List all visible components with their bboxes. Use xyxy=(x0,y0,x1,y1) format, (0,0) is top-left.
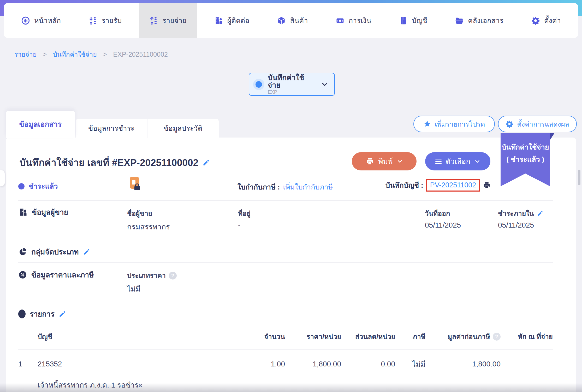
nav-item-finance[interactable]: การเงิน xyxy=(325,3,382,38)
page-title: บันทึกค่าใช้จ่าย เลขที่ #EXP-20251100002 xyxy=(20,155,198,170)
due-date-value: 05/11/2025 xyxy=(498,221,534,229)
add-favorite-button[interactable]: เพิ่มรายการโปรด xyxy=(413,116,495,132)
nav-item-income[interactable]: รายรับ xyxy=(78,3,132,38)
nav-label: สินค้า xyxy=(290,15,308,26)
edit-due-date-pencil-icon[interactable] xyxy=(537,210,543,217)
expense-icon xyxy=(149,16,158,25)
divider xyxy=(18,262,553,263)
chevron-down-icon xyxy=(397,158,403,164)
nav-label: หน้าหลัก xyxy=(34,15,61,26)
print-label: พิมพ์ xyxy=(378,156,393,167)
breadcrumb-expense-record[interactable]: บันทึกค่าใช้จ่าย xyxy=(53,49,97,60)
contacts-icon xyxy=(214,16,223,25)
items-section-label: รายการ xyxy=(30,308,55,320)
tab-label: ข้อมูลเอกสาร xyxy=(19,118,62,130)
col-withholding: หัก ณ ที่จ่าย xyxy=(501,331,553,342)
doc-type-label: บันทึกค่าใช้จ่าย xyxy=(268,74,316,89)
price-type-label: ประเภทราคา xyxy=(127,270,166,281)
cell-unit-price: 1,800.00 xyxy=(285,360,341,368)
display-settings-button[interactable]: ตั้งค่าการแสดงผล xyxy=(498,116,577,132)
nav-item-home[interactable]: หน้าหลัก xyxy=(11,3,71,38)
cell-quantity: 1.00 xyxy=(233,360,285,368)
ribbon-status: ( ชำระแล้ว ) xyxy=(501,156,550,163)
breadcrumb: รายจ่าย > บันทึกค่าใช้จ่าย > EXP-2025110… xyxy=(14,49,168,60)
col-unit-discount: ส่วนลด/หน่วย xyxy=(341,331,395,342)
tab-label: ข้อมูลประวัติ xyxy=(164,123,202,134)
nav-label: การเงิน xyxy=(349,15,371,26)
tab-history-info[interactable]: ข้อมูลประวัติ xyxy=(147,119,219,138)
cell-unit-discount: 0.00 xyxy=(341,360,395,368)
options-button[interactable]: ตัวเลือก xyxy=(425,152,490,170)
nav-item-documents[interactable]: คลังเอกสาร xyxy=(444,3,514,38)
pricing-section-label: ข้อมูลราคาและภาษี xyxy=(31,269,94,281)
col-unit-price: ราคา/หน่วย xyxy=(285,331,341,342)
gear-icon xyxy=(506,120,513,128)
doc-type-status-dot xyxy=(256,81,262,88)
breadcrumb-separator: > xyxy=(43,51,47,58)
issue-date-label: วันที่ออก xyxy=(425,208,450,219)
status-dot-icon xyxy=(18,183,25,189)
locked-document-icon[interactable] xyxy=(130,177,142,192)
status-badge: ชำระแล้ว xyxy=(18,181,58,192)
chevron-down-icon xyxy=(474,158,480,164)
tab-label: ข้อมูลการชำระ xyxy=(88,123,135,134)
tab-document-info[interactable]: ข้อมูลเอกสาร xyxy=(6,111,75,138)
income-icon xyxy=(88,16,97,25)
scrollbar-thumb[interactable] xyxy=(578,170,580,185)
table-row[interactable]: 1 215352 1.00 1,800.00 0.00 ไม่มี 1,800.… xyxy=(18,358,553,370)
nav-label: บัญชี xyxy=(412,15,427,26)
address-label: ที่อยู่ xyxy=(238,208,251,219)
side-panel-handle[interactable] xyxy=(0,170,5,186)
price-type-value: ไม่มี xyxy=(127,283,140,295)
col-pretax-label: มูลค่าก่อนภาษี xyxy=(448,331,490,342)
nav-item-expense[interactable]: รายจ่าย xyxy=(139,3,197,38)
options-label: ตัวเลือก xyxy=(446,156,470,167)
edit-title-pencil-icon[interactable] xyxy=(203,159,210,166)
journal-entry-link[interactable]: PV-202511002 xyxy=(430,181,476,189)
lock-body xyxy=(134,186,140,190)
nav-item-accounting[interactable]: บัญชี xyxy=(389,3,438,38)
pretax-help-icon[interactable]: ? xyxy=(493,333,501,341)
tax-invoice-row: ใบกำกับภาษี : เพิ่มใบกำกับภาษี xyxy=(237,181,333,193)
classification-section-title: กลุ่มจัดประเภท xyxy=(18,246,90,258)
edit-classification-pencil-icon[interactable] xyxy=(83,248,90,256)
col-tax: ภาษี xyxy=(395,331,425,342)
nav-item-settings[interactable]: ตั้งค่า xyxy=(521,3,571,38)
address-value: - xyxy=(238,221,240,229)
edit-items-pencil-icon[interactable] xyxy=(59,310,66,318)
pie-chart-icon xyxy=(18,247,27,256)
tab-group: ข้อมูลการชำระ ข้อมูลประวัติ xyxy=(76,119,219,138)
seller-name-link[interactable]: กรมสรรพากร xyxy=(127,221,170,233)
percent-badge-icon xyxy=(18,270,27,279)
printer-icon xyxy=(366,157,374,165)
document-slot xyxy=(132,180,135,185)
price-type-help-icon[interactable]: ? xyxy=(169,272,177,280)
nav-item-products[interactable]: สินค้า xyxy=(266,3,318,38)
seller-section-title: ข้อมูลผู้ขาย xyxy=(18,206,68,218)
breadcrumb-expense[interactable]: รายจ่าย xyxy=(14,49,37,60)
col-quantity: จำนวน xyxy=(233,331,285,342)
col-pretax-value: มูลค่าก่อนภาษี ? xyxy=(425,331,501,342)
print-button[interactable]: พิมพ์ xyxy=(352,152,417,170)
add-tax-invoice-link[interactable]: เพิ่มใบกำกับภาษี xyxy=(283,181,333,193)
expense-detail-page: หน้าหลัก รายรับ รายจ่าย ผู้ติดต่อ สินค้า… xyxy=(0,0,582,392)
due-date-label: ชำระภายใน xyxy=(498,208,534,219)
documents-icon xyxy=(455,16,464,25)
doc-type-code: EXP xyxy=(268,90,316,95)
menu-lines-icon xyxy=(435,159,442,164)
journal-entry-row: บันทึกบัญชี : PV-202511002 xyxy=(385,179,491,192)
due-date-label-row: ชำระภายใน xyxy=(498,208,543,219)
nav-label: ตั้งค่า xyxy=(544,15,561,26)
journal-link-highlight-box: PV-202511002 xyxy=(426,179,480,192)
document-title-row: บันทึกค่าใช้จ่าย เลขที่ #EXP-20251100002 xyxy=(20,155,210,170)
status-label: ชำระแล้ว xyxy=(29,181,58,192)
breadcrumb-current-doc: EXP-20251100002 xyxy=(113,51,168,58)
print-journal-icon[interactable] xyxy=(483,181,491,189)
doc-type-dropdown[interactable]: บันทึกค่าใช้จ่าย EXP xyxy=(249,73,335,96)
display-settings-label: ตั้งค่าการแสดงผล xyxy=(517,119,569,129)
divider xyxy=(18,200,553,201)
tab-payment-info[interactable]: ข้อมูลการชำระ xyxy=(76,119,147,138)
nav-item-contacts[interactable]: ผู้ติดต่อ xyxy=(204,3,260,38)
nav-label: รายรับ xyxy=(102,15,122,26)
cell-tax: ไม่มี xyxy=(395,358,425,370)
